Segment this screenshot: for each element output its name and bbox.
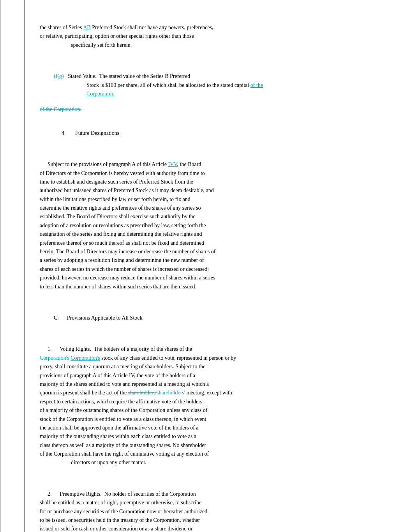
section-c-text: C. Provisions Applicable to All Stock. — [40, 314, 376, 322]
preemptive-rights-text: 2. Preemptive Rights. No holder of secur… — [40, 490, 376, 532]
subject-paragraph: Subject to the provisions of paragraph A… — [40, 160, 376, 291]
ivv-link[interactable]: IVV — [168, 161, 177, 167]
corporations-strikethrough: Corporation's — [40, 355, 69, 361]
corporation-link[interactable]: Corporation. — [86, 91, 114, 97]
stated-value-section: (f(g) Stated Value. The stated value of … — [40, 72, 376, 98]
ab-link[interactable]: AB — [83, 25, 90, 30]
fg-label: (f(g) — [54, 73, 64, 79]
subject-text: Subject to the provisions of paragraph A… — [40, 160, 376, 291]
series-ab-paragraph: the shares of Series AB Preferred Stock … — [40, 23, 376, 49]
voting-rights-text: 1. Voting Rights. The holders of a major… — [40, 345, 376, 467]
section-4-text: 4. Future Designations — [40, 129, 376, 138]
document-page: the shares of Series AB Preferred Stock … — [0, 0, 411, 532]
of-corporation-strikethrough: of the Corporation. — [40, 105, 376, 114]
voting-rights-section: 1. Voting Rights. The holders of a major… — [40, 345, 376, 467]
of-corporation-label: of the Corporation. — [40, 106, 81, 112]
shareholders-link[interactable]: shareholders' — [157, 390, 185, 396]
section-4-header: 4. Future Designations — [40, 129, 376, 138]
left-margin-border — [24, 0, 25, 532]
of-corporation-text: of the Corporation. — [40, 105, 376, 114]
of-the-corporation-link[interactable]: of the — [250, 82, 263, 88]
corporations-link[interactable]: Corporation's — [71, 355, 100, 361]
document-content: the shares of Series AB Preferred Stock … — [40, 23, 376, 532]
preemptive-rights-section: 2. Preemptive Rights. No holder of secur… — [40, 490, 376, 532]
section-c-header: C. Provisions Applicable to All Stock. — [40, 314, 376, 322]
stated-value-text: (f(g) Stated Value. The stated value of … — [40, 72, 376, 98]
series-ab-text: the shares of Series AB Preferred Stock … — [40, 23, 376, 49]
shareholders-strikethrough: shareholders' — [128, 390, 157, 396]
